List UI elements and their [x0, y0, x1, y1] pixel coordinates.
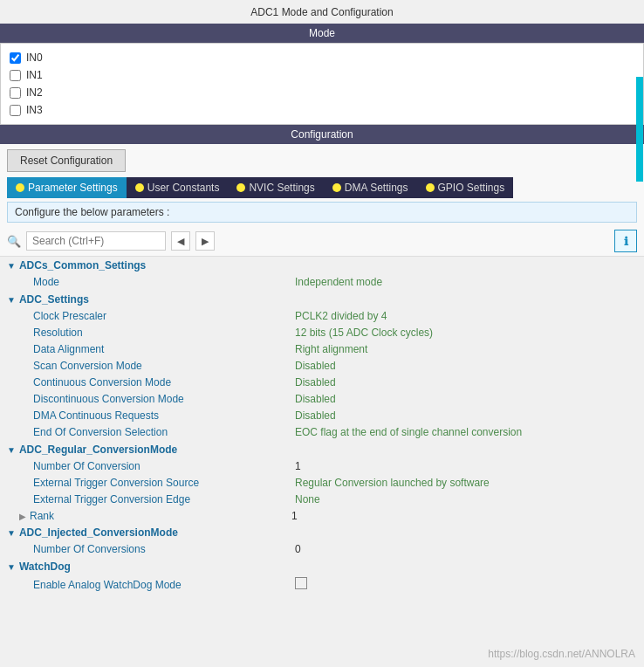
param-clock-prescaler: Clock Prescaler PCLK2 divided by 4: [7, 308, 637, 325]
tab-parameter-settings[interactable]: Parameter Settings: [7, 177, 127, 198]
config-section-header: Configuration: [0, 125, 644, 144]
search-row: 🔍 ◀ ▶ ℹ: [0, 226, 644, 256]
group-adcs-common-settings[interactable]: ▼ ADCs_Common_Settings: [7, 257, 637, 274]
tab-dot: [426, 183, 435, 192]
group-watchdog[interactable]: ▼ WatchDog: [7, 558, 637, 575]
param-discontinuous-conversion-mode: Discontinuous Conversion Mode Disabled: [7, 391, 637, 408]
params-area: ▼ ADCs_Common_Settings Mode Independent …: [0, 257, 644, 632]
tab-dot: [332, 183, 341, 192]
cyan-bar: [636, 77, 643, 182]
tab-nvic-settings[interactable]: NVIC Settings: [228, 177, 323, 198]
title-bar: ADC1 Mode and Configuration: [0, 0, 644, 24]
next-nav-button[interactable]: ▶: [195, 231, 215, 251]
param-data-alignment: Data Alignment Right alignment: [7, 341, 637, 358]
param-number-of-conversions: Number Of Conversions 0: [7, 541, 637, 558]
param-continuous-conversion-mode: Continuous Conversion Mode Disabled: [7, 375, 637, 391]
group-adc-regular-conversion-mode[interactable]: ▼ ADC_Regular_ConversionMode: [7, 441, 637, 458]
watermark: https://blog.csdn.net/ANNOLRA: [488, 648, 635, 660]
checkbox-in2[interactable]: IN2: [10, 84, 634, 101]
search-icon: 🔍: [7, 235, 21, 248]
tab-dot: [135, 183, 144, 192]
param-scan-conversion-mode: Scan Conversion Mode Disabled: [7, 358, 637, 375]
group-adc-settings[interactable]: ▼ ADC_Settings: [7, 291, 637, 308]
param-resolution: Resolution 12 bits (15 ADC Clock cycles): [7, 325, 637, 341]
param-end-of-conversion-selection: End Of Conversion Selection EOC flag at …: [7, 424, 637, 441]
tab-user-constants[interactable]: User Constants: [127, 177, 229, 198]
rank-collapsed-row[interactable]: ▶ Rank 1: [7, 508, 637, 524]
info-button[interactable]: ℹ: [614, 230, 637, 252]
param-enable-analog-watchdog-mode: Enable Analog WatchDog Mode: [7, 575, 637, 595]
tab-gpio-settings[interactable]: GPIO Settings: [417, 177, 514, 198]
tab-dot: [16, 183, 24, 192]
reset-configuration-button[interactable]: Reset Configuration: [7, 149, 126, 172]
prev-nav-button[interactable]: ◀: [171, 231, 190, 251]
checkbox-in0[interactable]: IN0: [10, 49, 634, 66]
param-number-of-conversion: Number Of Conversion 1: [7, 458, 637, 475]
group-adc-injected-conversion-mode[interactable]: ▼ ADC_Injected_ConversionMode: [7, 524, 637, 541]
configure-text: Configure the below parameters :: [7, 202, 637, 223]
search-input[interactable]: [26, 231, 166, 251]
tabs-row: Parameter Settings User Constants NVIC S…: [0, 177, 644, 198]
param-external-trigger-edge: External Trigger Conversion Edge None: [7, 492, 637, 508]
tab-dot: [236, 183, 245, 192]
checkbox-in3[interactable]: IN3: [10, 101, 634, 119]
mode-section-header: Mode: [0, 24, 644, 43]
param-external-trigger-source: External Trigger Conversion Source Regul…: [7, 475, 637, 492]
checkbox-in1[interactable]: IN1: [10, 66, 634, 84]
param-mode: Mode Independent mode: [7, 274, 637, 291]
watchdog-checkbox[interactable]: [295, 577, 307, 589]
param-dma-continuous-requests: DMA Continuous Requests Disabled: [7, 408, 637, 424]
tab-dma-settings[interactable]: DMA Settings: [324, 177, 417, 198]
